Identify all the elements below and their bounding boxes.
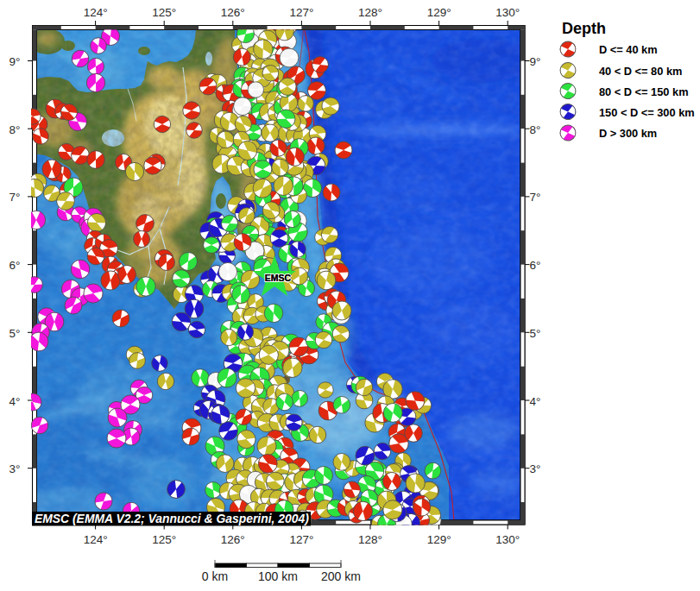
svg-text:5°: 5° — [9, 327, 21, 340]
svg-text:128°: 128° — [358, 6, 382, 19]
svg-text:200 km: 200 km — [321, 569, 361, 583]
svg-text:9°: 9° — [530, 55, 541, 68]
svg-text:80 < D <= 150 km: 80 < D <= 150 km — [599, 85, 689, 98]
svg-text:40 < D <= 80 km: 40 < D <= 80 km — [599, 65, 682, 78]
svg-text:7°: 7° — [530, 191, 541, 204]
svg-text:4°: 4° — [9, 395, 21, 408]
svg-text:150 < D <= 300 km: 150 < D <= 300 km — [599, 106, 695, 119]
svg-text:127°: 127° — [289, 533, 313, 546]
svg-text:124°: 124° — [84, 533, 108, 546]
svg-text:Depth: Depth — [562, 20, 606, 37]
svg-text:126°: 126° — [221, 533, 245, 546]
svg-text:EMSC: EMSC — [265, 273, 292, 283]
svg-text:5°: 5° — [530, 327, 541, 340]
svg-text:9°: 9° — [9, 55, 21, 68]
svg-text:EMSC (EMMA V2.2; Vannucci & Ga: EMSC (EMMA V2.2; Vannucci & Gasperini, 2… — [35, 512, 309, 525]
svg-text:126°: 126° — [221, 6, 245, 19]
svg-text:4°: 4° — [530, 395, 541, 408]
svg-text:6°: 6° — [9, 259, 21, 272]
svg-text:125°: 125° — [152, 6, 176, 19]
svg-text:D <= 40 km: D <= 40 km — [599, 43, 658, 56]
svg-text:7°: 7° — [9, 191, 21, 204]
svg-text:128°: 128° — [358, 533, 382, 546]
svg-text:100 km: 100 km — [258, 569, 298, 583]
svg-text:127°: 127° — [289, 6, 313, 19]
svg-text:129°: 129° — [427, 533, 451, 546]
svg-text:3°: 3° — [9, 462, 21, 475]
svg-text:3°: 3° — [530, 462, 541, 475]
svg-text:130°: 130° — [495, 533, 520, 546]
svg-text:0 km: 0 km — [202, 569, 228, 583]
svg-text:129°: 129° — [427, 6, 451, 19]
svg-text:124°: 124° — [84, 6, 108, 19]
svg-text:8°: 8° — [9, 123, 21, 136]
svg-text:130°: 130° — [495, 6, 520, 19]
svg-text:8°: 8° — [530, 123, 541, 136]
svg-text:6°: 6° — [530, 259, 541, 272]
svg-text:D > 300 km: D > 300 km — [599, 127, 657, 140]
svg-text:125°: 125° — [152, 533, 176, 546]
